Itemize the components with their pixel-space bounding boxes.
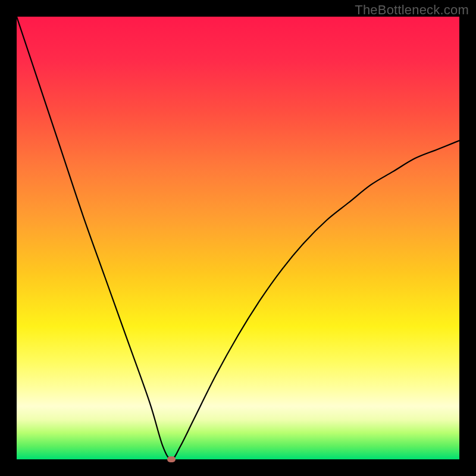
optimal-marker xyxy=(167,456,176,462)
chart-frame: TheBottleneck.com xyxy=(0,0,476,476)
plot-area xyxy=(17,17,459,459)
watermark-text: TheBottleneck.com xyxy=(355,2,469,18)
bottleneck-curve xyxy=(17,17,459,459)
